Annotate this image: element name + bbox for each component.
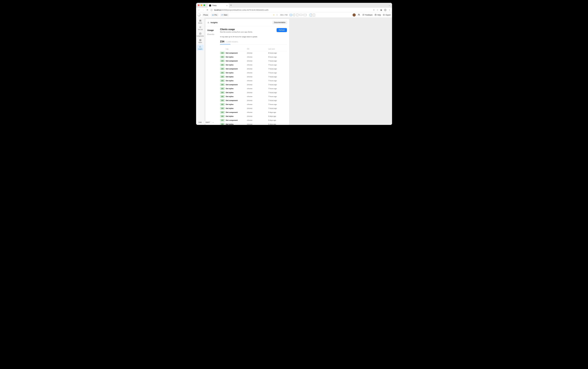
cell-log: Get styles — [226, 123, 247, 125]
export-label: Export — [386, 14, 391, 16]
help-label: Help — [377, 14, 381, 16]
help-button[interactable]: Help — [375, 14, 381, 16]
new-tab-button[interactable]: + — [230, 4, 232, 7]
rail-components[interactable]: Components — [197, 32, 204, 38]
browser-tab[interactable]: Theta × — [208, 3, 229, 8]
rail-styles[interactable]: Styles — [197, 38, 204, 44]
bookmark-icon[interactable]: ☆ — [377, 9, 378, 11]
svg-point-1 — [222, 14, 222, 15]
dark-mode-icon[interactable]: ☾ — [277, 14, 278, 16]
dismiss-hints-icon[interactable]: × — [212, 121, 214, 123]
device-responsive-icon[interactable] — [290, 14, 292, 16]
share-icon[interactable]: ⇪ — [373, 9, 375, 11]
url-right-icons: ⇪ ☆ ▣ ⋮ — [373, 9, 390, 11]
export-button[interactable]: Export — [383, 14, 391, 16]
window-menu-caret-icon[interactable]: ⌄ — [389, 4, 390, 6]
cell-log: Get styles — [226, 80, 247, 81]
render-counter: 234 / 1.000 renders — [220, 40, 287, 44]
team-icon[interactable] — [358, 13, 360, 16]
forward-button-icon[interactable]: → — [202, 9, 205, 11]
cell-os: chrome — [247, 96, 268, 97]
close-tab-icon[interactable]: × — [226, 5, 228, 7]
rail-blocks[interactable]: Blocks — [197, 19, 204, 25]
table-row: 200Get styleschrome7 hours ago — [220, 106, 287, 110]
svg-rect-8 — [200, 20, 201, 21]
table-row: 200Get styleschrome7 hours ago — [220, 102, 287, 106]
documentation-button[interactable]: Documentation — [272, 21, 287, 24]
mac-titlebar: Theta × + ⌄ — [196, 3, 392, 8]
profile-avatar-icon[interactable] — [384, 9, 387, 11]
svg-rect-7 — [199, 20, 200, 21]
cell-os: chrome — [247, 92, 268, 93]
table-row: 200Get styleschrome6 hours ago — [220, 55, 287, 59]
maximize-window-button[interactable] — [203, 4, 205, 6]
svg-point-4 — [358, 14, 359, 15]
cell-last-seen: 7 hours ago — [268, 108, 287, 109]
panel-toggle-icon[interactable]: ▣ — [380, 9, 382, 11]
app-logo-icon[interactable] — [198, 13, 201, 17]
svg-rect-11 — [200, 40, 201, 40]
plan-pro-button[interactable]: Pro — [211, 13, 219, 17]
site-info-icon[interactable]: i — [210, 9, 212, 11]
editor-stage: Blocks Tree List Components Styles Insig… — [196, 18, 392, 125]
subnav-usage[interactable]: Usage — [207, 28, 219, 32]
preview-outline-icon[interactable] — [313, 14, 315, 16]
table-row: 200Get styleschrome7 hours ago — [220, 75, 287, 79]
svg-rect-13 — [200, 40, 201, 41]
status-badge: 200 — [220, 99, 225, 102]
subnav-events[interactable]: Events — [207, 32, 219, 36]
table-row: 200Get styleschrome7 hours ago — [220, 71, 287, 75]
device-phone-icon[interactable] — [294, 14, 295, 16]
cell-last-seen: 7 hours ago — [268, 96, 287, 97]
branch-icon — [221, 14, 223, 16]
cell-os: chrome — [247, 64, 268, 66]
bar-chart-icon — [207, 21, 210, 24]
table-row: 200Get styleschrome7 hours ago — [220, 95, 287, 99]
cell-os: chrome — [247, 56, 268, 58]
kebab-menu-icon[interactable]: ⋮ — [388, 9, 390, 11]
cell-last-seen: 5 days ago — [268, 111, 287, 113]
status-badge: 200 — [220, 52, 225, 54]
address-field[interactable]: localhost:62556/project/e6ad81bc-cd4a-4d… — [214, 9, 269, 11]
feedback-button[interactable]: Feedback — [362, 14, 373, 16]
minimize-window-button[interactable] — [201, 4, 202, 6]
status-badge: 200 — [220, 64, 225, 66]
table-row: 200Get componentchrome6 hours ago — [220, 51, 287, 55]
preview-fill-icon[interactable] — [310, 14, 312, 16]
status-badge: 200 — [220, 115, 225, 118]
device-laptop-icon[interactable] — [300, 14, 302, 16]
device-presets — [290, 14, 306, 16]
status-badge: 200 — [220, 60, 225, 62]
project-selector[interactable]: Prova — [202, 13, 209, 17]
preview-group — [310, 14, 315, 16]
close-window-button[interactable] — [198, 4, 200, 6]
blocks-icon — [199, 20, 201, 22]
back-button-icon[interactable]: ← — [198, 9, 200, 11]
star-icon — [212, 14, 214, 16]
user-avatar[interactable] — [353, 13, 356, 17]
canvas-controls: ☀ ☾ 300 x 780 — [273, 14, 315, 16]
rail-insights[interactable]: Insights — [197, 45, 204, 50]
branch-selector[interactable]: Main — [220, 13, 229, 17]
url-host: localhost — [214, 9, 221, 11]
cell-last-seen: 5 days ago — [268, 115, 287, 117]
device-tablet-icon[interactable] — [296, 14, 298, 16]
cell-os: chrome — [247, 111, 268, 113]
rail-tree-list[interactable]: Tree List — [197, 25, 204, 31]
traffic-lights — [198, 4, 205, 6]
refresh-button[interactable]: Refresh — [277, 28, 287, 32]
table-row: 200Get componentchrome5 days ago — [220, 118, 287, 122]
reload-button-icon[interactable]: ⟳ — [206, 9, 209, 11]
device-desktop-icon[interactable] — [304, 14, 306, 16]
plan-pro-label: Pro — [214, 14, 217, 16]
table-row: 200Get componentchrome7 hours ago — [220, 67, 287, 71]
cell-os: chrome — [247, 68, 268, 70]
usage-table: Log OS Last seen 200Get componentchrome6… — [220, 48, 287, 125]
panel-header: Insights Documentation — [205, 19, 289, 26]
svg-point-5 — [359, 14, 360, 15]
light-mode-icon[interactable]: ☀ — [273, 14, 275, 16]
col-log: Log — [226, 48, 247, 50]
status-badge: 200 — [220, 83, 225, 86]
left-rail: Blocks Tree List Components Styles Insig… — [196, 18, 205, 125]
feedback-label: Feedback — [365, 14, 373, 16]
